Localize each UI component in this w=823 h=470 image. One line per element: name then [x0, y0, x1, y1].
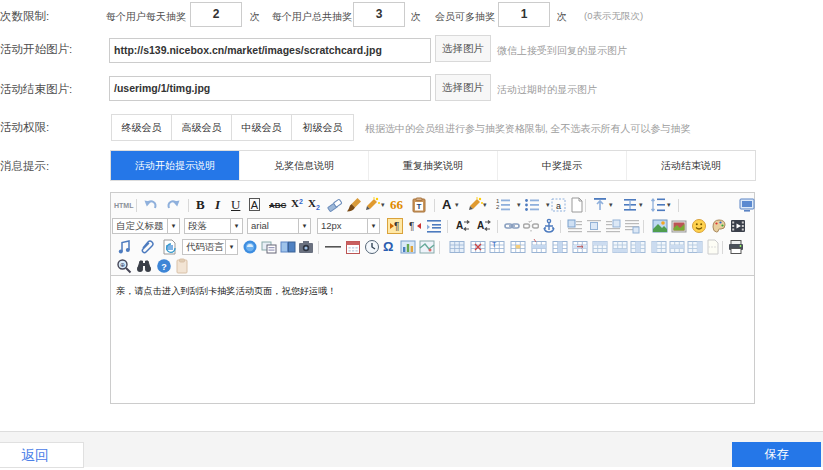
svg-text:?: ?	[161, 262, 167, 272]
svg-text:A: A	[456, 220, 463, 231]
svg-text:⊕: ⊕	[120, 262, 125, 268]
svg-text:a: a	[556, 201, 561, 211]
svg-text:T: T	[492, 241, 497, 248]
svg-text:T: T	[417, 202, 422, 211]
svg-text:A: A	[477, 220, 484, 231]
svg-text:¶: ¶	[394, 221, 399, 232]
svg-text:2: 2	[496, 204, 500, 210]
svg-text:¶: ¶	[409, 221, 414, 232]
